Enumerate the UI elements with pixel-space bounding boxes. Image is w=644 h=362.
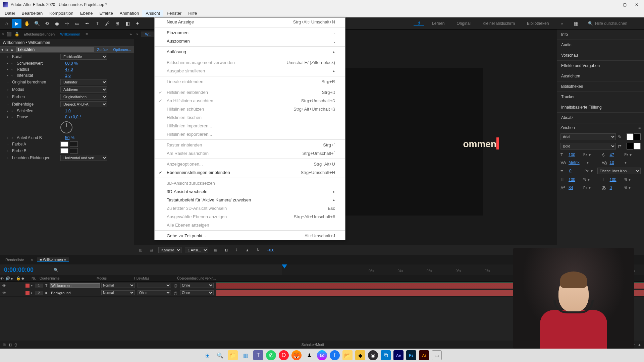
workspace-switcher[interactable]: ▦ xyxy=(571,19,581,28)
stopwatch-icon[interactable]: ○ xyxy=(11,116,15,119)
vscode-icon[interactable]: ⧉ xyxy=(381,350,391,360)
eye-col-icon[interactable]: 👁 xyxy=(0,277,4,281)
col-mode[interactable]: Modus xyxy=(95,277,131,280)
firefox-icon[interactable]: 🦊 xyxy=(291,350,302,360)
effect-vis-icon[interactable]: ▲ xyxy=(10,47,14,52)
orbit-tool[interactable]: ⟲ xyxy=(42,19,52,28)
stopwatch-icon[interactable]: ○ xyxy=(7,55,11,58)
expand-icon[interactable]: ▸ xyxy=(7,109,10,113)
stopwatch-icon[interactable]: ○ xyxy=(11,136,15,139)
layer-mode-select[interactable]: Normal xyxy=(101,283,135,288)
stopwatch-icon[interactable]: ○ xyxy=(7,88,11,91)
panel-audio[interactable]: Audio xyxy=(557,40,644,50)
teams-icon[interactable]: T xyxy=(253,350,263,360)
maximize-button[interactable]: ▢ xyxy=(623,3,627,7)
menu-animation[interactable]: Animation xyxy=(116,10,143,17)
kerning-value[interactable]: Metrik xyxy=(569,160,585,165)
col-name[interactable]: Quellenname xyxy=(38,277,95,280)
layer-trkmat-select[interactable]: Ohne xyxy=(138,290,171,295)
prop-kanal-select[interactable]: Farbkanäle xyxy=(60,54,107,60)
col-nr[interactable]: Nr. xyxy=(30,277,38,280)
viewer-tab[interactable]: W... xyxy=(141,32,155,37)
timeline-search-icon[interactable]: 🔍 xyxy=(54,268,58,272)
rotate-tool[interactable]: ◉ xyxy=(52,19,62,28)
vscale-value[interactable]: 100 xyxy=(569,177,582,182)
stopwatch-icon[interactable]: ○ xyxy=(11,110,15,113)
layer-label-color[interactable] xyxy=(25,291,30,295)
stopwatch-icon[interactable]: ○ xyxy=(7,81,11,84)
ref-icon[interactable]: ⊹ xyxy=(233,248,240,252)
workspace-kleiner[interactable]: Kleiner Bildschirm xyxy=(479,21,519,26)
close-button[interactable]: ✕ xyxy=(635,3,639,7)
lock-col-icon[interactable]: 🔒 xyxy=(16,276,21,280)
app-icon-1[interactable]: ♟ xyxy=(304,350,314,360)
toggle-switches-icon[interactable]: ⊞ xyxy=(3,343,6,347)
grid-icon[interactable]: ▦ xyxy=(212,248,219,252)
fill-color[interactable] xyxy=(627,133,633,140)
prop-phase-value[interactable]: 0 x+0,0 ° xyxy=(65,115,81,119)
search-taskbar-icon[interactable]: 🔍 xyxy=(215,350,225,360)
layer-parent-select[interactable]: Ohne xyxy=(180,290,214,295)
start-button[interactable]: ⊞ xyxy=(202,350,212,360)
clone-tool[interactable]: ⊞ xyxy=(113,19,122,28)
toggle-modes-icon[interactable]: ◧ xyxy=(8,343,12,347)
menu-fenster[interactable]: Fenster xyxy=(163,10,185,17)
mask-icon[interactable]: ◧ xyxy=(222,248,230,252)
menu-bearbeiten[interactable]: Bearbeiten xyxy=(18,10,46,17)
prop-richtungen-select[interactable]: Horizontal und vert xyxy=(60,155,107,161)
resolution-icon[interactable]: ▤ xyxy=(148,248,155,252)
type-tool[interactable]: T xyxy=(93,19,102,28)
expand-icon[interactable]: ▸ xyxy=(7,74,10,77)
fx-icon[interactable]: fx xyxy=(5,48,8,52)
folder-icon[interactable]: 📂 xyxy=(342,350,353,360)
whatsapp-icon[interactable]: ✆ xyxy=(266,350,276,360)
prop-intensitat-value[interactable]: 1,6 xyxy=(65,73,71,78)
stopwatch-icon[interactable]: ○ xyxy=(7,157,11,160)
col-trkmat[interactable]: T BewMas xyxy=(131,277,175,280)
stopwatch-icon[interactable]: ○ xyxy=(7,103,11,106)
menu-item[interactable]: Auszoomen, xyxy=(155,37,345,45)
solo-col-icon[interactable]: ● xyxy=(11,277,13,281)
panel-vorschau[interactable]: Vorschau xyxy=(557,50,644,61)
character-menu-icon[interactable]: ≡ xyxy=(638,125,641,130)
menu-item[interactable]: 3D-Ansicht wechseln▸ xyxy=(155,187,345,196)
selection-tool[interactable]: ▶ xyxy=(12,19,21,28)
panel-menu-icon[interactable]: » xyxy=(129,32,132,37)
app-icon-2[interactable]: ◆ xyxy=(355,350,365,360)
workspace-bibliotheken[interactable]: Bibliotheken xyxy=(523,21,553,26)
stopwatch-icon[interactable]: ○ xyxy=(7,96,11,99)
font-size-value[interactable]: 100 xyxy=(569,153,582,157)
label-col-icon[interactable]: ◆ xyxy=(21,276,24,280)
phase-dial[interactable] xyxy=(60,121,72,133)
messenger-icon[interactable]: ✉ xyxy=(317,350,327,360)
workspace-original[interactable]: Original xyxy=(453,21,475,26)
menu-item[interactable]: Einzoomen. xyxy=(155,28,345,37)
menu-item[interactable]: Auflösung▸ xyxy=(155,48,345,56)
zoom-in-icon[interactable]: ▲ xyxy=(638,343,641,347)
expand-icon[interactable]: ▸ xyxy=(7,68,10,71)
camera-select[interactable]: Kamera xyxy=(158,247,181,253)
stopwatch-icon[interactable]: ○ xyxy=(11,74,15,77)
effect-name[interactable]: Leuchten xyxy=(16,47,94,52)
speaker-col-icon[interactable]: 🔊 xyxy=(5,276,10,280)
expand-icon[interactable]: ▸ xyxy=(7,62,10,65)
workspace-standard[interactable]: d xyxy=(414,21,424,26)
expand-icon[interactable]: ▸ xyxy=(7,136,10,139)
pen-tool[interactable]: ✒ xyxy=(83,19,92,28)
menu-hilfe[interactable]: Hilfe xyxy=(185,10,200,17)
photoshop-icon[interactable]: Ps xyxy=(406,350,416,360)
prop-radius-value[interactable]: 47,0 xyxy=(65,67,73,72)
stopwatch-icon[interactable]: ○ xyxy=(7,143,11,146)
farbe-a-swatch[interactable] xyxy=(60,141,68,147)
panel-bibliotheken[interactable]: Bibliotheken xyxy=(557,81,644,92)
zoom-tool[interactable]: 🔍 xyxy=(32,19,42,28)
effects-tab-comp[interactable]: Willkommen xyxy=(59,32,82,36)
baseline-value[interactable]: 34 xyxy=(569,185,582,190)
panel-effekte-vorgaben[interactable]: Effekte und Vorgaben xyxy=(557,61,644,71)
layer-eye-icon[interactable]: 👁 xyxy=(0,291,8,295)
footer-label[interactable]: Schalter/Modi xyxy=(302,343,324,347)
toggle-brackets-icon[interactable]: {} xyxy=(14,343,17,347)
effects-tab-label[interactable]: Effekteinstellungen xyxy=(22,32,56,36)
rect-tool[interactable]: ▭ xyxy=(72,19,82,28)
layer-label-color[interactable] xyxy=(25,284,30,288)
